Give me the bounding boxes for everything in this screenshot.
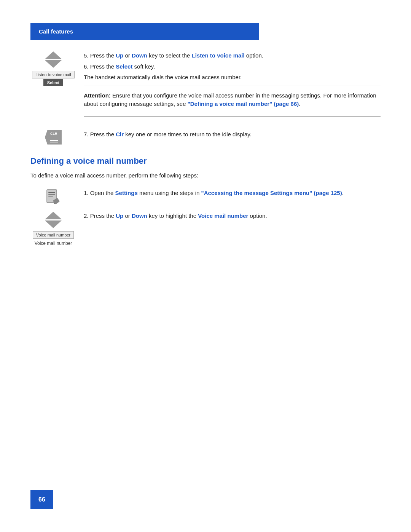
section2-step-2-icon-col: Voice mail number Voice mail number [30,212,76,246]
section2-step-2-content: 2. Press the Up or Down key to highlight… [84,212,381,223]
svg-rect-2 [48,194,55,195]
voice-mail-number-caption: Voice mail number [35,241,72,246]
down-key-label: Down [132,52,147,59]
section2-step-2-row: Voice mail number Voice mail number 2. P… [30,212,381,246]
select-label: Select [116,63,132,70]
accessing-settings-link: "Accessing the message Settings menu" (p… [201,190,342,196]
arrow-down-icon [45,60,62,68]
clr-lines [50,140,58,142]
section2-step-1-row: 1. Open the Settings menu using the step… [30,189,381,205]
step-7-number: 7. [84,131,89,137]
settings-icon [45,189,61,205]
attention-bold: Attention: [84,92,111,99]
page: Call features Listen to voice mail Selec… [0,0,411,532]
nav-arrows-icon-2 [45,212,62,228]
up-key-label-2: Up [116,212,123,219]
nav-arrows-icon [45,51,62,68]
clr-text: CLR [50,132,57,136]
section2-intro: To define a voice mail access number, pe… [30,171,381,180]
step-5-icon-col: Listen to voice mail Select [30,51,76,86]
clr-line-2 [50,142,58,142]
step-7-icon-col: CLR [30,130,76,145]
section2-step-2-number: 2. [84,212,89,219]
page-number-box: 66 [30,490,53,509]
arrow-up-icon [45,51,62,59]
arrow-up-icon-2 [45,212,62,219]
header-banner: Call features [30,23,259,40]
down-key-label-2: Down [132,212,147,219]
header-title: Call features [39,28,73,35]
voice-mail-number-display: Voice mail number [33,231,74,239]
step-7-text: 7. Press the Clr key one or more times t… [84,130,381,139]
page-number: 66 [38,496,45,503]
step-6-number: 6. [84,63,89,70]
clr-icon: CLR [45,130,62,145]
step-7-row: CLR 7. Press the Clr key one or more tim… [30,130,381,145]
section2-step-1-icon-col [30,189,76,205]
section2-step-1-number: 1. [84,190,89,196]
section2-step-2-text: 2. Press the Up or Down key to highlight… [84,212,381,220]
step-7-content: 7. Press the Clr key one or more times t… [84,130,381,141]
attention-box: Attention: Ensure that you configure the… [84,86,381,117]
section2-step-1-content: 1. Open the Settings menu using the step… [84,189,381,200]
voice-mail-number-label: Voice mail number [198,212,248,219]
attention-text: Attention: Ensure that you configure the… [84,91,381,109]
section2: Defining a voice mail number To define a… [30,156,381,246]
settings-link: Settings [115,190,138,196]
clr-key-label: Clr [116,131,124,137]
arrow-down-icon-2 [45,220,62,228]
step-6-text: 6. Press the Select soft key. [84,62,381,71]
attention-link: "Defining a voice mail number" (page 66) [188,101,299,107]
svg-rect-3 [48,196,53,197]
step-5-text: 5. Press the Up or Down key to select th… [84,51,381,60]
clr-line-1 [50,140,58,141]
section2-step-1-text: 1. Open the Settings menu using the step… [84,189,381,198]
up-key-label: Up [116,52,123,59]
svg-rect-1 [48,192,55,193]
step-6-subtext: The handset automatically dials the voic… [84,73,381,82]
step-5-number: 5. [84,52,89,59]
step-5-row: Listen to voice mail Select 5. Press the… [30,51,381,123]
listen-voicemail-display: Listen to voice mail [32,71,75,78]
section2-title: Defining a voice mail number [30,156,381,166]
listen-voicemail-label: Listen to voice mail [191,52,244,59]
step-5-content: 5. Press the Up or Down key to select th… [84,51,381,123]
select-button-display: Select [43,79,63,86]
